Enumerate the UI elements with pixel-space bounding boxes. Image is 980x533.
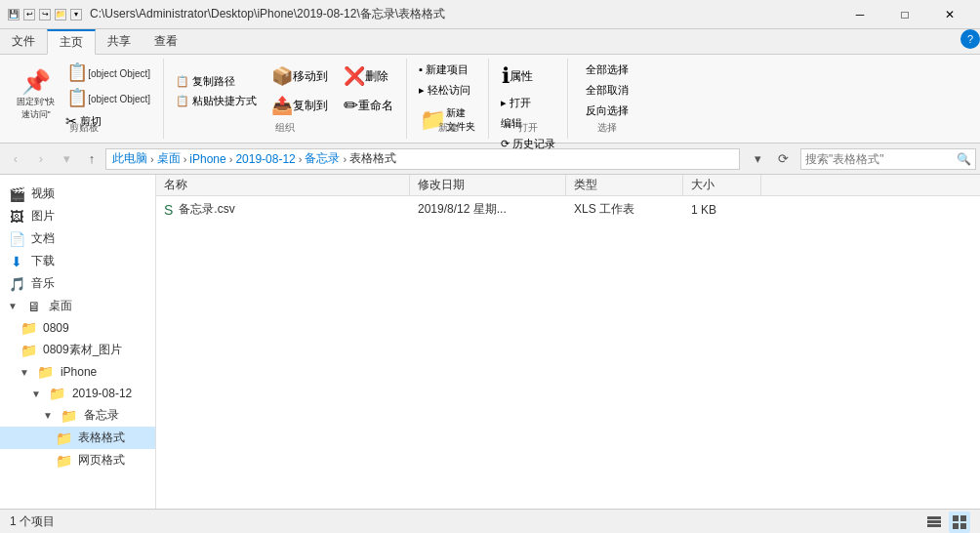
sidebar-label-videos: 视频 [31,185,55,202]
tab-home[interactable]: 主页 [47,29,96,55]
breadcrumb-computer[interactable]: 此电脑 [112,150,147,167]
titlebar: 💾 ↩ ↪ 📁 ▾ C:\Users\Administrator\Desktop… [0,0,980,29]
move-to-icon: 📦 [271,65,293,87]
sidebar-label-0809: 0809 [43,321,69,335]
sidebar-label-downloads: 下载 [31,253,55,269]
sidebar-label-date: 2019-08-12 [72,387,132,400]
refresh-button[interactable]: ⟳ [771,147,795,171]
open-button[interactable]: ▸ 打开 [497,94,535,112]
properties-icon: ℹ [502,63,510,89]
breadcrumb-desktop[interactable]: 桌面 [157,150,181,167]
detail-view-icon [952,514,967,530]
videos-icon: 🎬 [8,186,25,202]
search-bar: 🔍 [800,148,976,170]
col-header-date[interactable]: 修改日期 [410,175,566,195]
sidebar-label-0809m: 0809素材_图片 [43,342,122,358]
col-header-name[interactable]: 名称 [156,175,410,195]
tab-share[interactable]: 共享 [96,29,143,54]
sidebar-label-documents: 文档 [31,230,55,247]
folder0809-icon: 📁 [20,320,37,336]
filelist: 名称 修改日期 类型 大小 S 备忘录.csv 2019/8/12 星期... … [156,175,980,509]
list-view-icon [926,514,942,530]
sidebar-item-web[interactable]: 📁 网页格式 [0,449,155,472]
close-button[interactable]: ✕ [927,0,972,29]
redo-icon[interactable]: ↪ [39,9,51,20]
paste-shortcut-button[interactable]: 📋 粘贴快捷方式 [172,92,261,110]
sidebar-item-documents[interactable]: 📄 文档 [0,227,155,250]
undo-icon[interactable]: ↩ [23,9,35,20]
search-input[interactable] [805,152,957,166]
delete-button[interactable]: ❌ 删除 [339,62,398,90]
forward-button[interactable]: › [29,147,53,171]
history-button[interactable]: ⟳ 历史记录 [497,135,559,153]
copy-label: [object Object] [88,68,150,79]
sidebar-item-table[interactable]: 📁 表格格式 [0,427,155,449]
sidebar: 🎬 视频 🖼 图片 📄 文档 ⬇ 下载 🎵 音乐 ▼ 🖥 桌面 📁 0809 [0,175,156,509]
invert-button[interactable]: 反向选择 [582,102,633,120]
back-button[interactable]: ‹ [4,147,27,171]
breadcrumb-notes[interactable]: 备忘录 [305,150,340,167]
paste-button[interactable]: 📋 [object Object] [61,86,155,109]
minimize-button[interactable]: ─ [837,0,882,29]
copy-path-icon: 📋 [176,75,189,88]
paste-icon: 📋 [66,89,88,106]
sidebar-item-music[interactable]: 🎵 音乐 [0,272,155,295]
pin-label: 固定到"快速访问" [17,96,55,121]
sidebar-item-pictures[interactable]: 🖼 图片 [0,205,155,227]
select-none-button[interactable]: 全部取消 [582,81,633,100]
notes-icon: 📁 [61,408,78,424]
tab-file[interactable]: 文件 [0,29,47,54]
sidebar-label-iphone: iPhone [61,365,97,379]
statusbar: 1 个项目 [0,509,980,533]
table-row[interactable]: S 备忘录.csv 2019/8/12 星期... XLS 工作表 1 KB [156,196,980,224]
paste-shortcut-label: 粘贴快捷方式 [192,94,257,108]
view-list-button[interactable] [923,512,945,533]
sidebar-item-notes[interactable]: ▼ 📁 备忘录 [0,404,155,427]
dropdown-button[interactable]: ▾ [746,147,769,171]
sep4: › [299,153,303,165]
save-icon[interactable]: 💾 [8,9,20,20]
breadcrumb-iphone[interactable]: iPhone [189,152,225,166]
copy-path-button[interactable]: 📋 复制路径 [172,72,261,91]
move-to-button[interactable]: 📦 移动到 [266,62,333,90]
copy-button[interactable]: 📋 [object Object] [61,61,155,84]
delete-icon: ❌ [344,65,365,87]
copy-to-button[interactable]: 📤 复制到 [266,92,333,119]
rename-label: 重命名 [358,98,393,114]
sidebar-item-desktop[interactable]: ▼ 🖥 桌面 [0,295,155,317]
notes-expand: ▼ [43,410,53,421]
file-icon: S [164,202,173,218]
maximize-button[interactable]: □ [882,0,927,29]
properties-button[interactable]: ℹ 属性 [497,61,544,92]
col-header-size[interactable]: 大小 [683,175,761,195]
sidebar-item-0809m[interactable]: 📁 0809素材_图片 [0,339,155,361]
new-item-button[interactable]: ▪ 新建项目 [415,61,472,79]
pin-button[interactable]: 📌 固定到"快速访问" [12,67,60,124]
sidebar-item-0809[interactable]: 📁 0809 [0,317,155,339]
sidebar-label-web: 网页格式 [78,452,125,469]
up-button[interactable]: ↑ [80,147,103,171]
ribbon-group-clipboard: 📌 固定到"快速访问" 📋 [object Object] 📋 [object … [4,59,164,139]
sidebar-item-iphone[interactable]: ▼ 📁 iPhone [0,361,155,383]
col-header-type[interactable]: 类型 [566,175,683,195]
date-icon: 📁 [49,386,66,401]
help-button[interactable]: ? [960,29,980,49]
view-detail-button[interactable] [949,512,970,533]
expand-icon[interactable]: ▾ [70,9,82,20]
sidebar-item-videos[interactable]: 🎬 视频 [0,183,155,205]
tab-view[interactable]: 查看 [143,29,189,54]
easy-access-button[interactable]: ▸ 轻松访问 [415,81,474,100]
sidebar-item-downloads[interactable]: ⬇ 下载 [0,250,155,272]
open-group-label: 打开 [518,121,538,135]
ribbon-group-new: ▪ 新建项目 ▸ 轻松访问 📁 新建文件夹 新建 [407,59,489,139]
sidebar-label-music: 音乐 [31,275,55,292]
select-all-button[interactable]: 全部选择 [582,61,633,79]
rename-button[interactable]: ✏ 重命名 [339,92,398,119]
sidebar-item-date[interactable]: ▼ 📁 2019-08-12 [0,383,155,404]
filelist-body: S 备忘录.csv 2019/8/12 星期... XLS 工作表 1 KB [156,196,980,509]
expand-button[interactable]: ▾ [55,147,78,171]
downloads-icon: ⬇ [8,254,25,269]
date-expand: ▼ [31,389,41,399]
breadcrumb-date[interactable]: 2019-08-12 [235,152,295,166]
file-type-cell: XLS 工作表 [566,201,683,218]
